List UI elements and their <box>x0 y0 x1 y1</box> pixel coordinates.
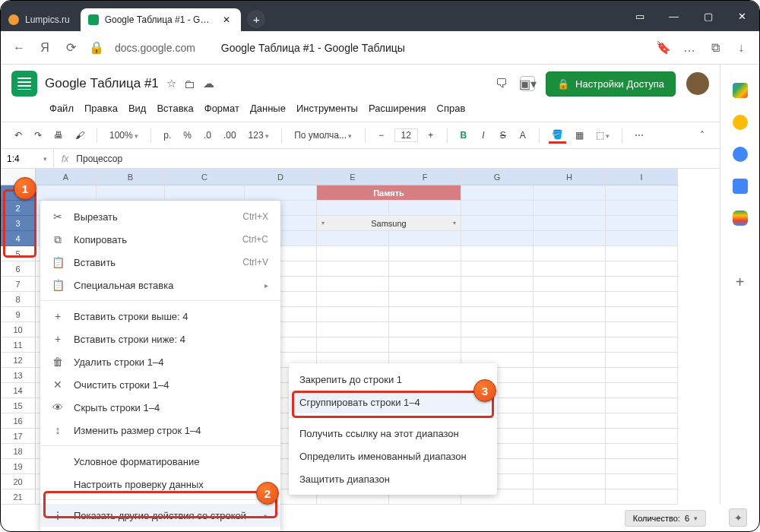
browser-tab-inactive[interactable]: Lumpics.ru <box>1 8 81 31</box>
cell[interactable] <box>389 201 461 216</box>
move-icon[interactable]: 🗀 <box>184 78 195 90</box>
menu-Инструменты[interactable]: Инструменты <box>292 100 363 117</box>
currency-button[interactable]: р. <box>160 128 174 142</box>
cell[interactable] <box>317 201 389 216</box>
row-header[interactable]: 8 <box>1 292 36 307</box>
row-header[interactable]: 7 <box>1 277 36 292</box>
strike-button[interactable]: S <box>496 128 510 142</box>
cell[interactable] <box>461 261 534 277</box>
cell[interactable] <box>461 246 534 261</box>
column-header[interactable]: F <box>389 169 461 185</box>
row-header[interactable]: 21 <box>1 489 36 505</box>
cell[interactable] <box>606 231 678 246</box>
explore-icon[interactable]: ✦ <box>729 508 747 527</box>
selection-summary[interactable]: Количество: 6 ▾ <box>625 510 706 527</box>
menu-Расширения[interactable]: Расширения <box>364 100 431 117</box>
cell[interactable] <box>534 383 606 398</box>
cell[interactable] <box>317 261 389 277</box>
ctx-sub-item[interactable]: Сгруппировать строки 1–4 <box>289 391 497 413</box>
present-icon[interactable]: ▣▾ <box>520 76 535 91</box>
maximize-icon[interactable]: ▢ <box>691 1 725 31</box>
row-header[interactable]: 15 <box>1 398 36 413</box>
cell[interactable] <box>534 444 606 459</box>
percent-button[interactable]: % <box>180 128 195 142</box>
cell[interactable] <box>36 185 97 201</box>
reload-icon[interactable]: ⟳ <box>63 40 78 55</box>
cell[interactable] <box>317 292 389 307</box>
cell[interactable] <box>534 429 606 444</box>
extensions-icon[interactable]: ⧉ <box>708 40 723 55</box>
ctx-sub-item[interactable]: Определить именованный диапазон <box>289 445 497 467</box>
italic-button[interactable]: I <box>477 128 490 142</box>
cell[interactable] <box>534 307 606 322</box>
ctx-item[interactable]: ⧉КопироватьCtrl+C <box>40 228 280 251</box>
ctx-sub-item[interactable]: Закрепить до строки 1 <box>289 368 497 391</box>
row-header[interactable]: 9 <box>1 307 36 322</box>
doc-title[interactable]: Google Таблица #1 <box>45 76 159 91</box>
cell[interactable] <box>245 185 317 201</box>
row-header[interactable]: 12 <box>1 353 36 368</box>
cell[interactable] <box>461 231 534 246</box>
menu-Вид[interactable]: Вид <box>124 100 151 117</box>
cell[interactable] <box>534 337 606 353</box>
font-size-increase[interactable]: + <box>424 128 438 142</box>
cell[interactable] <box>534 474 606 489</box>
ctx-item[interactable]: ⋮Показать другие действия со строкой▸ <box>40 504 280 527</box>
cell[interactable] <box>534 185 606 201</box>
row-header[interactable]: 2 <box>1 201 36 216</box>
ctx-sub-item[interactable]: Получить ссылку на этот диапазон <box>289 422 497 445</box>
add-addon-icon[interactable]: + <box>733 274 748 290</box>
cell[interactable] <box>534 277 606 292</box>
row-header[interactable]: 17 <box>1 429 36 444</box>
cell[interactable] <box>389 322 461 337</box>
borders-button[interactable]: ▦ <box>572 128 587 142</box>
cell[interactable] <box>461 292 534 307</box>
cell[interactable] <box>534 292 606 307</box>
cell[interactable] <box>606 474 678 489</box>
font-size-value[interactable]: 12 <box>394 128 418 142</box>
chevron-down-icon[interactable]: ▾ <box>453 216 456 231</box>
cell[interactable] <box>317 246 389 261</box>
cell[interactable] <box>606 322 678 337</box>
column-header[interactable]: E <box>317 169 389 185</box>
column-header[interactable]: I <box>606 169 678 185</box>
cell[interactable] <box>606 307 678 322</box>
bold-button[interactable]: B <box>457 128 470 142</box>
calendar-icon[interactable] <box>733 83 748 98</box>
cell[interactable] <box>606 459 678 474</box>
menu-Формат[interactable]: Формат <box>200 100 244 117</box>
number-format-button[interactable]: 123 <box>245 128 273 142</box>
more-icon[interactable]: … <box>682 40 697 55</box>
row-header[interactable]: 18 <box>1 444 36 459</box>
cell[interactable] <box>534 459 606 474</box>
row-header[interactable]: 16 <box>1 413 36 429</box>
column-header[interactable]: A <box>36 169 97 185</box>
row-header[interactable]: 6 <box>1 261 36 277</box>
ctx-item[interactable]: ↕Изменить размер строк 1–4 <box>40 419 280 442</box>
cell[interactable] <box>165 185 245 201</box>
cloud-icon[interactable]: ☁ <box>203 77 214 90</box>
cell[interactable] <box>461 277 534 292</box>
merge-button[interactable]: ⬚ <box>593 128 613 142</box>
comments-icon[interactable]: 🗨 <box>494 76 509 91</box>
ctx-item[interactable]: ✂ВырезатьCtrl+X <box>40 205 280 228</box>
cell[interactable] <box>389 337 461 353</box>
menu-Справ[interactable]: Справ <box>432 100 470 117</box>
row-header[interactable]: 10 <box>1 322 36 337</box>
cell[interactable] <box>317 322 389 337</box>
undo-icon[interactable]: ↶ <box>11 128 25 142</box>
cell[interactable] <box>606 201 678 216</box>
ctx-item[interactable]: 👁Скрыть строки 1–4 <box>40 396 280 419</box>
column-header[interactable]: G <box>461 169 534 185</box>
back-icon[interactable]: ← <box>11 40 27 55</box>
maps-icon[interactable] <box>733 211 748 226</box>
tab-overview-icon[interactable]: ▭ <box>622 1 657 31</box>
row-header[interactable]: 3 <box>1 216 36 231</box>
cell[interactable] <box>606 353 678 368</box>
row-header[interactable]: 19 <box>1 459 36 474</box>
cell[interactable] <box>389 277 461 292</box>
cell[interactable] <box>461 322 534 337</box>
ctx-item[interactable]: ✕Очистить строки 1–4 <box>40 373 280 396</box>
yandex-icon[interactable]: Я <box>37 40 52 55</box>
row-header[interactable]: 20 <box>1 474 36 489</box>
